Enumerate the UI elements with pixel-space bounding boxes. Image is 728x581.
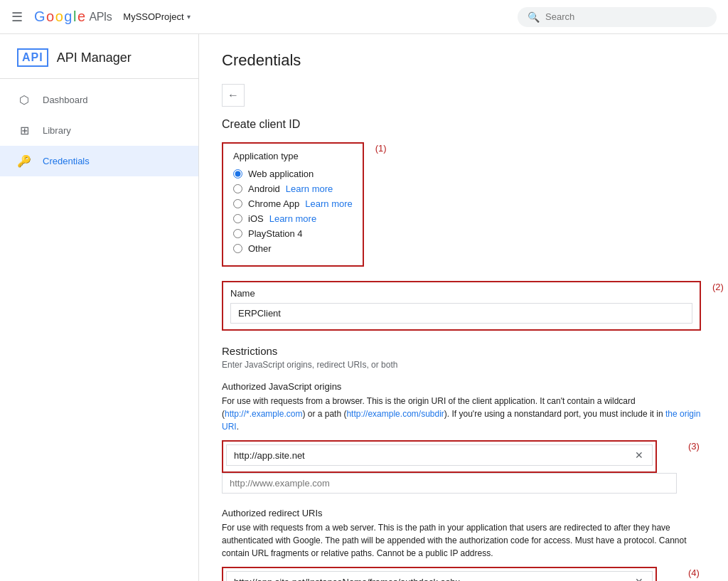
radio-other-input[interactable] [233,244,242,253]
project-dropdown-chevron: ▾ [187,13,191,21]
redirect-uris-outline: http://app.site.net/InstanceName/frames/… [222,567,657,581]
sidebar-nav: ⬡ Dashboard ⊞ Library 🔑 Credentials [0,79,198,182]
radio-android[interactable]: Android Learn more [233,183,353,194]
menu-icon[interactable]: ☰ [11,9,23,25]
radio-chrome-input[interactable] [233,199,242,208]
step1-label: (1) [375,144,387,153]
sidebar-item-credentials[interactable]: 🔑 Credentials [0,146,198,176]
step3-label: (3) [688,442,700,451]
redirect-uris-desc: For use with requests from a web server.… [222,521,705,560]
create-client-id-title: Create client ID [222,118,705,131]
sidebar: API API Manager ⬡ Dashboard ⊞ Library 🔑 … [0,34,199,581]
radio-ios-label: iOS [248,213,264,224]
name-box: Name [222,281,701,331]
sidebar-item-dashboard[interactable]: ⬡ Dashboard [0,85,198,115]
radio-android-input[interactable] [233,184,242,193]
restrictions-title: Restrictions [222,345,705,357]
redirect-uris-remove-btn[interactable]: ✕ [633,576,645,581]
step2-label: (2) [712,282,724,292]
search-icon: 🔍 [528,11,540,23]
radio-ios-input[interactable] [233,214,242,223]
credentials-icon: 🔑 [17,154,31,168]
search-bar[interactable]: 🔍 [518,7,717,27]
app-type-label: Application type [233,151,353,161]
js-origins-outline: http://app.site.net ✕ [222,440,657,473]
android-learn-more-link[interactable]: Learn more [286,183,333,194]
js-origins-section: Authorized JavaScript origins For use wi… [222,381,705,494]
js-origins-input-group: http://app.site.net ✕ [222,440,677,494]
example-path-link[interactable]: http://example.com/subdir [346,409,444,419]
example-wildcard-link[interactable]: http://*.example.com [225,409,302,419]
name-label: Name [230,288,692,299]
radio-web-input[interactable] [233,169,242,178]
redirect-uris-section: Authorized redirect URIs For use with re… [222,508,705,581]
main-content: Credentials ← Create client ID Applicati… [199,34,728,581]
sidebar-title: API Manager [57,50,132,65]
chrome-learn-more-link[interactable]: Learn more [305,198,352,209]
name-input[interactable] [230,303,692,324]
project-selector[interactable]: MySSOProject ▾ [123,11,190,22]
sidebar-item-label-library: Library [43,125,71,136]
radio-web-label: Web application [248,169,314,179]
layout: API API Manager ⬡ Dashboard ⊞ Library 🔑 … [0,34,728,581]
library-icon: ⊞ [17,124,31,137]
radio-other[interactable]: Other [233,243,353,254]
project-name: MySSOProject [123,11,183,22]
radio-playstation-label: PlayStation 4 [248,228,303,239]
apis-text: APIs [90,11,112,23]
topbar: ☰ Google APIs MySSOProject ▾ 🔍 [0,0,728,34]
google-logo: Google APIs [34,9,112,25]
search-input[interactable] [545,11,707,22]
api-badge: API [17,48,48,67]
js-origins-remove-btn[interactable]: ✕ [633,449,645,461]
js-origins-entry: http://app.site.net ✕ [226,444,653,466]
back-button[interactable]: ← [222,84,245,107]
dashboard-icon: ⬡ [17,93,31,107]
js-origins-value: http://app.site.net [234,450,628,461]
ios-learn-more-link[interactable]: Learn more [269,213,316,224]
redirect-uris-title: Authorized redirect URIs [222,508,705,518]
radio-web-application[interactable]: Web application [233,169,353,179]
radio-chrome-app[interactable]: Chrome App Learn more [233,198,353,209]
radio-other-label: Other [248,243,272,254]
sidebar-item-label-dashboard: Dashboard [43,95,88,105]
name-section: Name (2) [222,281,705,331]
radio-chrome-label: Chrome App [248,198,299,209]
sidebar-item-library[interactable]: ⊞ Library [0,115,198,146]
radio-playstation-input[interactable] [233,229,242,238]
redirect-uris-value: http://app.site.net/InstanceName/frames/… [234,577,628,582]
js-origins-desc: For use with requests from a browser. Th… [222,395,705,433]
js-origins-title: Authorized JavaScript origins [222,381,705,392]
radio-android-label: Android [248,183,280,194]
sidebar-item-label-credentials: Credentials [43,156,90,166]
js-origins-placeholder-input[interactable] [222,473,677,494]
page-title: Credentials [222,51,705,70]
step4-label: (4) [688,568,700,577]
restrictions-desc: Enter JavaScript origins, redirect URIs,… [222,360,705,370]
redirect-uris-entry: http://app.site.net/InstanceName/frames/… [226,571,653,581]
radio-playstation[interactable]: PlayStation 4 [233,228,353,239]
app-type-section: Application type Web application Android… [222,142,364,267]
redirect-uris-input-group: http://app.site.net/InstanceName/frames/… [222,567,677,581]
sidebar-header: API API Manager [0,34,198,79]
radio-ios[interactable]: iOS Learn more [233,213,353,224]
